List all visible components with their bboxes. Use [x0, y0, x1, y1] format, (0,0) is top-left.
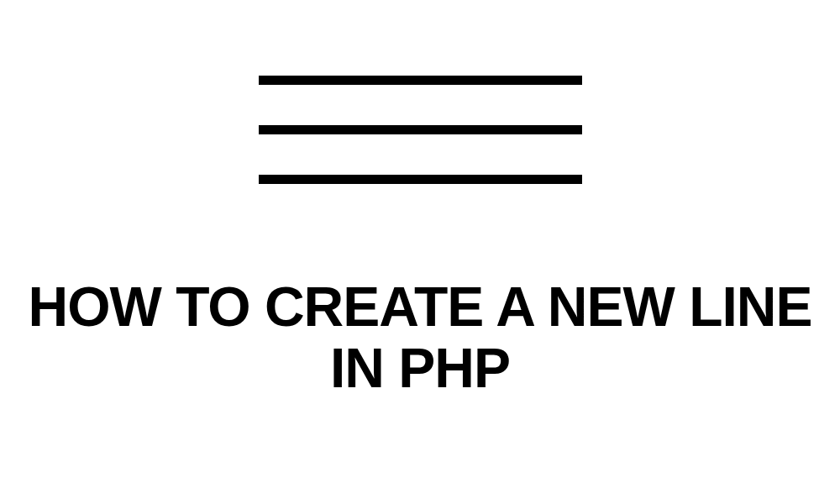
horizontal-line [259, 175, 582, 184]
page-title: HOW TO CREATE A NEW LINE IN PHP [0, 276, 840, 398]
horizontal-line [259, 76, 582, 85]
horizontal-line [259, 125, 582, 134]
three-lines-icon [259, 76, 582, 184]
